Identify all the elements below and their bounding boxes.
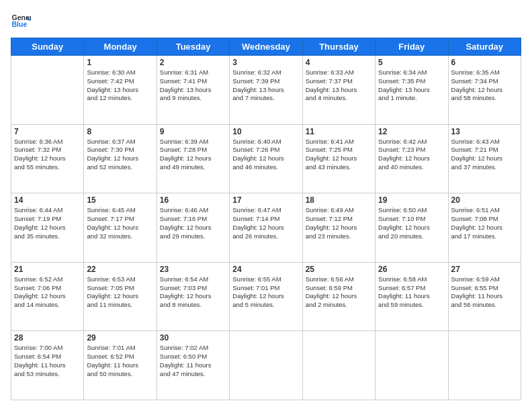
- calendar-cell: 1Sunrise: 6:30 AM Sunset: 7:42 PM Daylig…: [84, 56, 157, 125]
- day-info: Sunrise: 7:00 AM Sunset: 6:54 PM Dayligh…: [14, 344, 81, 378]
- calendar-cell: 19Sunrise: 6:50 AM Sunset: 7:10 PM Dayli…: [375, 193, 448, 263]
- day-number: 5: [378, 58, 445, 67]
- calendar-week-row: 21Sunrise: 6:52 AM Sunset: 7:06 PM Dayli…: [11, 262, 521, 331]
- day-number: 8: [87, 127, 153, 136]
- day-number: 22: [87, 265, 153, 274]
- calendar-cell: 21Sunrise: 6:52 AM Sunset: 7:06 PM Dayli…: [11, 262, 84, 331]
- calendar-cell: [448, 331, 521, 400]
- day-header-thursday: Thursday: [302, 38, 375, 56]
- calendar-cell: 11Sunrise: 6:41 AM Sunset: 7:25 PM Dayli…: [302, 124, 375, 193]
- calendar-cell: 10Sunrise: 6:40 AM Sunset: 7:26 PM Dayli…: [230, 124, 302, 193]
- day-info: Sunrise: 6:52 AM Sunset: 7:06 PM Dayligh…: [14, 275, 81, 310]
- day-number: 4: [306, 58, 372, 67]
- day-info: Sunrise: 6:47 AM Sunset: 7:14 PM Dayligh…: [232, 206, 299, 240]
- calendar-page: General Blue SundayMondayTuesdayWednesda…: [0, 0, 532, 411]
- calendar-cell: 4Sunrise: 6:33 AM Sunset: 7:37 PM Daylig…: [302, 56, 375, 125]
- day-number: 10: [232, 127, 299, 136]
- calendar-cell: 3Sunrise: 6:32 AM Sunset: 7:39 PM Daylig…: [230, 56, 302, 125]
- svg-text:Blue: Blue: [12, 20, 28, 28]
- calendar-week-row: 28Sunrise: 7:00 AM Sunset: 6:54 PM Dayli…: [11, 331, 521, 400]
- logo: General Blue: [11, 11, 31, 31]
- calendar-cell: 28Sunrise: 7:00 AM Sunset: 6:54 PM Dayli…: [11, 331, 84, 400]
- day-number: 23: [160, 265, 226, 274]
- calendar-week-row: 14Sunrise: 6:44 AM Sunset: 7:19 PM Dayli…: [11, 193, 521, 263]
- day-info: Sunrise: 6:55 AM Sunset: 7:01 PM Dayligh…: [232, 275, 299, 310]
- day-info: Sunrise: 6:51 AM Sunset: 7:08 PM Dayligh…: [451, 206, 518, 240]
- calendar-cell: 15Sunrise: 6:45 AM Sunset: 7:17 PM Dayli…: [84, 193, 157, 263]
- day-number: 21: [14, 265, 81, 274]
- calendar-cell: 17Sunrise: 6:47 AM Sunset: 7:14 PM Dayli…: [230, 193, 302, 263]
- day-number: 24: [232, 265, 299, 274]
- calendar-cell: 13Sunrise: 6:43 AM Sunset: 7:21 PM Dayli…: [448, 124, 521, 193]
- calendar-cell: 27Sunrise: 6:59 AM Sunset: 6:55 PM Dayli…: [448, 262, 521, 331]
- day-number: 13: [451, 127, 518, 136]
- day-info: Sunrise: 6:45 AM Sunset: 7:17 PM Dayligh…: [87, 206, 153, 240]
- calendar-cell: 2Sunrise: 6:31 AM Sunset: 7:41 PM Daylig…: [157, 56, 229, 125]
- day-info: Sunrise: 6:31 AM Sunset: 7:41 PM Dayligh…: [160, 68, 226, 103]
- logo-icon: General Blue: [11, 11, 31, 31]
- day-number: 11: [306, 127, 372, 136]
- day-info: Sunrise: 6:34 AM Sunset: 7:35 PM Dayligh…: [378, 68, 445, 103]
- header: General Blue: [11, 11, 521, 31]
- day-info: Sunrise: 6:41 AM Sunset: 7:25 PM Dayligh…: [306, 138, 372, 172]
- calendar-cell: 26Sunrise: 6:58 AM Sunset: 6:57 PM Dayli…: [375, 262, 448, 331]
- calendar-cell: 25Sunrise: 6:56 AM Sunset: 6:59 PM Dayli…: [302, 262, 375, 331]
- day-number: 18: [306, 195, 372, 205]
- day-info: Sunrise: 7:02 AM Sunset: 6:50 PM Dayligh…: [160, 344, 226, 378]
- calendar-cell: 18Sunrise: 6:49 AM Sunset: 7:12 PM Dayli…: [302, 193, 375, 263]
- day-info: Sunrise: 6:43 AM Sunset: 7:21 PM Dayligh…: [451, 138, 518, 172]
- day-info: Sunrise: 6:30 AM Sunset: 7:42 PM Dayligh…: [87, 68, 153, 103]
- calendar-cell: [302, 331, 375, 400]
- day-info: Sunrise: 6:46 AM Sunset: 7:16 PM Dayligh…: [160, 206, 226, 240]
- day-number: 16: [160, 195, 226, 205]
- calendar-cell: 7Sunrise: 6:36 AM Sunset: 7:32 PM Daylig…: [11, 124, 84, 193]
- calendar-cell: 9Sunrise: 6:39 AM Sunset: 7:28 PM Daylig…: [157, 124, 229, 193]
- day-number: 3: [232, 58, 299, 67]
- calendar-cell: 14Sunrise: 6:44 AM Sunset: 7:19 PM Dayli…: [11, 193, 84, 263]
- calendar-cell: 5Sunrise: 6:34 AM Sunset: 7:35 PM Daylig…: [375, 56, 448, 125]
- day-number: 1: [87, 58, 153, 67]
- day-info: Sunrise: 6:49 AM Sunset: 7:12 PM Dayligh…: [306, 206, 372, 240]
- day-number: 20: [451, 195, 518, 205]
- day-number: 17: [232, 195, 299, 205]
- day-number: 9: [160, 127, 226, 136]
- calendar-cell: 24Sunrise: 6:55 AM Sunset: 7:01 PM Dayli…: [230, 262, 302, 331]
- calendar-cell: 29Sunrise: 7:01 AM Sunset: 6:52 PM Dayli…: [84, 331, 157, 400]
- day-number: 6: [451, 58, 518, 67]
- day-number: 25: [306, 265, 372, 274]
- day-info: Sunrise: 7:01 AM Sunset: 6:52 PM Dayligh…: [87, 344, 153, 378]
- day-info: Sunrise: 6:56 AM Sunset: 6:59 PM Dayligh…: [306, 275, 372, 310]
- calendar-cell: 12Sunrise: 6:42 AM Sunset: 7:23 PM Dayli…: [375, 124, 448, 193]
- day-number: 2: [160, 58, 226, 67]
- day-header-saturday: Saturday: [448, 38, 521, 56]
- calendar-cell: 22Sunrise: 6:53 AM Sunset: 7:05 PM Dayli…: [84, 262, 157, 331]
- day-header-friday: Friday: [375, 38, 448, 56]
- day-number: 19: [378, 195, 445, 205]
- day-info: Sunrise: 6:33 AM Sunset: 7:37 PM Dayligh…: [306, 68, 372, 103]
- calendar-cell: 8Sunrise: 6:37 AM Sunset: 7:30 PM Daylig…: [84, 124, 157, 193]
- day-info: Sunrise: 6:44 AM Sunset: 7:19 PM Dayligh…: [14, 206, 81, 240]
- day-number: 14: [14, 195, 81, 205]
- calendar-week-row: 1Sunrise: 6:30 AM Sunset: 7:42 PM Daylig…: [11, 56, 521, 125]
- day-number: 27: [451, 265, 518, 274]
- day-number: 30: [160, 333, 226, 342]
- calendar-week-row: 7Sunrise: 6:36 AM Sunset: 7:32 PM Daylig…: [11, 124, 521, 193]
- day-info: Sunrise: 6:42 AM Sunset: 7:23 PM Dayligh…: [378, 138, 445, 172]
- day-number: 26: [378, 265, 445, 274]
- calendar-cell: [375, 331, 448, 400]
- day-number: 15: [87, 195, 153, 205]
- day-header-monday: Monday: [84, 38, 157, 56]
- calendar-cell: 6Sunrise: 6:35 AM Sunset: 7:34 PM Daylig…: [448, 56, 521, 125]
- day-number: 29: [87, 333, 153, 342]
- day-info: Sunrise: 6:39 AM Sunset: 7:28 PM Dayligh…: [160, 138, 226, 172]
- day-info: Sunrise: 6:35 AM Sunset: 7:34 PM Dayligh…: [451, 68, 518, 103]
- calendar-cell: [11, 56, 84, 125]
- day-info: Sunrise: 6:36 AM Sunset: 7:32 PM Dayligh…: [14, 138, 81, 172]
- day-info: Sunrise: 6:54 AM Sunset: 7:03 PM Dayligh…: [160, 275, 226, 310]
- day-info: Sunrise: 6:58 AM Sunset: 6:57 PM Dayligh…: [378, 275, 445, 310]
- calendar-cell: 20Sunrise: 6:51 AM Sunset: 7:08 PM Dayli…: [448, 193, 521, 263]
- day-header-wednesday: Wednesday: [230, 38, 302, 56]
- day-info: Sunrise: 6:53 AM Sunset: 7:05 PM Dayligh…: [87, 275, 153, 310]
- calendar-cell: 23Sunrise: 6:54 AM Sunset: 7:03 PM Dayli…: [157, 262, 229, 331]
- day-info: Sunrise: 6:40 AM Sunset: 7:26 PM Dayligh…: [232, 138, 299, 172]
